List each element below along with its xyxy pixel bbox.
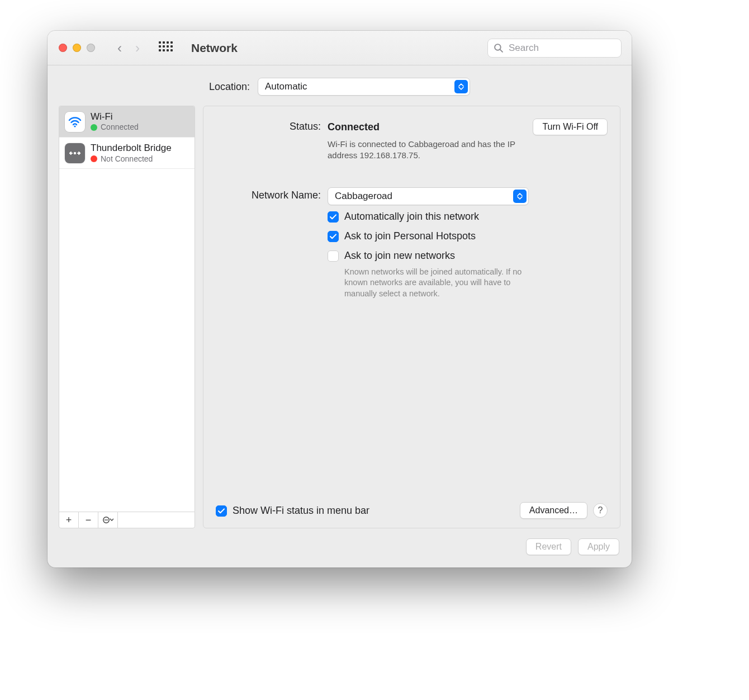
sidebar: Wi-Fi Connected xyxy=(59,106,195,528)
close-window-button[interactable] xyxy=(59,44,67,52)
add-interface-button[interactable]: + xyxy=(59,512,79,528)
apply-button[interactable]: Apply xyxy=(578,538,619,555)
help-button[interactable]: ? xyxy=(593,503,608,518)
window-title: Network xyxy=(191,41,238,55)
window-controls xyxy=(59,44,95,52)
svg-line-1 xyxy=(500,50,503,52)
interface-menu-button[interactable] xyxy=(98,512,118,528)
network-name-popup[interactable]: Cabbageroad xyxy=(328,187,529,205)
back-button[interactable]: ‹ xyxy=(117,41,122,55)
remove-interface-button[interactable]: − xyxy=(79,512,98,528)
window-footer: Revert Apply xyxy=(48,528,632,567)
svg-point-5 xyxy=(105,519,106,521)
advanced-button[interactable]: Advanced… xyxy=(520,502,587,519)
chevron-updown-icon xyxy=(513,190,527,203)
svg-point-7 xyxy=(107,519,108,521)
titlebar: ‹ › Network xyxy=(48,31,632,65)
ask-new-networks-checkbox[interactable] xyxy=(328,250,339,262)
wifi-icon xyxy=(65,112,85,132)
show-menubar-label: Show Wi-Fi status in menu bar xyxy=(233,505,369,517)
forward-button[interactable]: › xyxy=(135,41,140,55)
sidebar-item-label: Thunderbolt Bridge xyxy=(91,143,172,154)
auto-join-label: Automatically join this network xyxy=(344,211,479,223)
ask-new-networks-label: Ask to join new networks xyxy=(344,250,455,262)
location-row: Location: Automatic xyxy=(48,65,632,106)
minimize-window-button[interactable] xyxy=(73,44,81,52)
interface-list: Wi-Fi Connected xyxy=(59,106,195,512)
ellipsis-menu-icon xyxy=(102,516,113,524)
status-label: Status: xyxy=(216,119,328,162)
show-all-prefs-icon[interactable] xyxy=(159,41,172,55)
ask-new-networks-help: Known networks will be joined automatica… xyxy=(328,267,540,300)
status-value: Connected xyxy=(328,121,380,133)
search-field-wrap[interactable] xyxy=(487,39,622,58)
sidebar-item-status: Not Connected xyxy=(101,154,153,164)
auto-join-checkbox[interactable] xyxy=(328,211,339,223)
svg-point-3 xyxy=(74,152,76,154)
toggle-wifi-button[interactable]: Turn Wi-Fi Off xyxy=(533,119,608,135)
svg-point-2 xyxy=(74,125,75,127)
location-value: Automatic xyxy=(265,81,307,92)
network-name-value: Cabbageroad xyxy=(335,191,392,202)
zoom-window-button[interactable] xyxy=(87,44,95,52)
window: ‹ › Network Location: Automatic xyxy=(48,31,632,567)
sidebar-item-wifi[interactable]: Wi-Fi Connected xyxy=(59,106,195,138)
chevron-updown-icon xyxy=(454,80,468,93)
status-description: Wi-Fi is connected to Cabbageroad and ha… xyxy=(328,139,540,162)
thunderbolt-bridge-icon xyxy=(65,143,85,163)
svg-point-6 xyxy=(106,519,107,521)
interface-list-toolbar: + − xyxy=(59,512,195,528)
detail-footer: Show Wi-Fi status in menu bar Advanced… … xyxy=(216,502,608,519)
sidebar-item-thunderbolt[interactable]: Thunderbolt Bridge Not Connected xyxy=(59,138,195,169)
body: Wi-Fi Connected xyxy=(48,106,632,528)
ask-hotspots-label: Ask to join Personal Hotspots xyxy=(344,230,476,242)
network-name-label: Network Name: xyxy=(216,187,328,300)
detail-panel: Status: Connected Turn Wi-Fi Off Wi-Fi i… xyxy=(203,106,620,528)
network-name-row: Network Name: Cabbageroad xyxy=(216,187,608,300)
search-icon xyxy=(494,43,503,53)
location-label: Location: xyxy=(209,81,250,93)
show-menubar-checkbox[interactable] xyxy=(216,505,227,517)
location-popup[interactable]: Automatic xyxy=(258,78,470,96)
status-row: Status: Connected Turn Wi-Fi Off Wi-Fi i… xyxy=(216,119,608,162)
status-dot-icon xyxy=(91,155,97,162)
sidebar-item-label: Wi-Fi xyxy=(91,111,139,122)
status-dot-icon xyxy=(91,124,97,131)
revert-button[interactable]: Revert xyxy=(526,538,571,555)
nav-buttons: ‹ › xyxy=(117,41,140,55)
ask-hotspots-checkbox[interactable] xyxy=(328,231,339,242)
search-input[interactable] xyxy=(508,42,628,54)
sidebar-item-status: Connected xyxy=(101,122,139,132)
